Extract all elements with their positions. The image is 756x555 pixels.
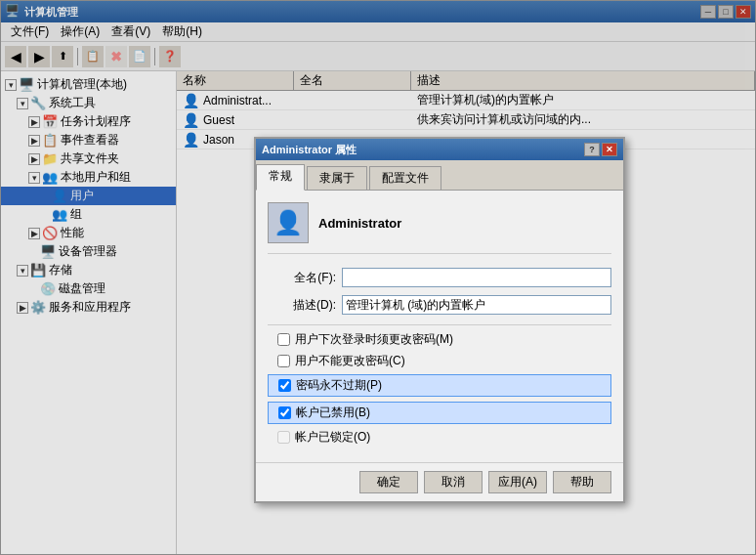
ok-button[interactable]: 确定 xyxy=(359,471,418,493)
toolbar-sep-1 xyxy=(77,48,78,65)
expand-icon[interactable]: ▾ xyxy=(28,172,40,184)
tree-label: 组 xyxy=(70,206,82,223)
minimize-button[interactable]: ─ xyxy=(700,5,716,19)
tree-event-viewer[interactable]: ▶ 📋 事件查看器 xyxy=(1,131,176,149)
cell-desc: 管理计算机(域)的内置帐户 xyxy=(411,91,755,109)
col-header-fullname[interactable]: 全名 xyxy=(294,71,411,90)
title-bar-buttons: ─ □ ✕ xyxy=(700,5,751,19)
services-icon: ⚙️ xyxy=(30,300,46,315)
expand-icon[interactable]: ▶ xyxy=(28,135,40,147)
pw-never-expires-checkbox[interactable] xyxy=(278,379,291,392)
tree-label: 存储 xyxy=(49,262,72,278)
tree-task-scheduler[interactable]: ▶ 📅 任务计划程序 xyxy=(1,112,176,131)
event-icon: 📋 xyxy=(42,133,58,148)
tree-storage[interactable]: ▾ 💾 存储 xyxy=(1,261,176,279)
cell-desc: 供来宾访问计算机或访问域的内... xyxy=(411,110,755,129)
tree-services-apps[interactable]: ▶ ⚙️ 服务和应用程序 xyxy=(1,298,176,317)
cannot-change-label: 用户不能更改密码(C) xyxy=(295,353,405,369)
pw-never-expires-label: 密码永不过期(P) xyxy=(296,377,382,394)
col-header-name[interactable]: 名称 xyxy=(177,71,294,90)
back-button[interactable]: ◀ xyxy=(5,46,26,67)
dialog-body: 👤 Administrator 全名(F): 描述(D): 用户下次登录时须更改… xyxy=(256,191,623,462)
fullname-label: 全名(F): xyxy=(268,270,336,286)
dialog-help-button[interactable]: ? xyxy=(584,143,600,156)
tree-groups[interactable]: 👥 组 xyxy=(1,205,176,224)
tree-computer-management[interactable]: ▾ 🖥️ 计算机管理(本地) xyxy=(1,75,176,94)
change-pw-label: 用户下次登录时须更改密码(M) xyxy=(295,331,453,348)
up-button[interactable]: ⬆ xyxy=(52,46,73,67)
menu-help[interactable]: 帮助(H) xyxy=(156,22,208,41)
toolbar: ◀ ▶ ⬆ 📋 ✖ 📄 ❓ xyxy=(1,42,755,71)
menu-view[interactable]: 查看(V) xyxy=(105,22,156,41)
cell-name: 👤 Guest xyxy=(177,110,294,129)
apply-button[interactable]: 应用(A) xyxy=(488,471,547,493)
expand-icon[interactable]: ▾ xyxy=(17,265,28,277)
performance-icon: 🚫 xyxy=(42,226,58,240)
expand-icon[interactable]: ▾ xyxy=(17,98,28,109)
expand-icon[interactable]: ▶ xyxy=(28,153,40,165)
tree-disk-management[interactable]: 💿 磁盘管理 xyxy=(1,279,176,298)
user-icon: 👤 xyxy=(183,93,199,108)
tab-general[interactable]: 常规 xyxy=(256,164,305,191)
forward-button[interactable]: ▶ xyxy=(28,46,50,67)
dialog-tabs: 常规 隶属于 配置文件 xyxy=(256,160,623,191)
change-pw-checkbox[interactable] xyxy=(277,333,290,346)
tree-label: 系统工具 xyxy=(49,95,96,111)
expand-icon[interactable]: ▶ xyxy=(28,228,40,239)
window-title: 计算机管理 xyxy=(24,5,700,20)
user-icon: 👤 xyxy=(52,189,67,203)
expand-icon[interactable]: ▶ xyxy=(28,116,40,128)
expand-icon[interactable]: ▶ xyxy=(17,302,28,314)
tree-users[interactable]: 👤 用户 xyxy=(1,187,176,205)
help-button[interactable]: 帮助 xyxy=(553,471,611,493)
storage-icon: 💾 xyxy=(30,263,46,278)
account-disabled-checkbox[interactable] xyxy=(278,406,291,419)
show-hide-button[interactable]: 📋 xyxy=(82,46,104,67)
cannot-change-checkbox[interactable] xyxy=(277,355,290,367)
dialog-username: Administrator xyxy=(318,216,401,231)
dialog-close-button[interactable]: ✕ xyxy=(602,143,617,156)
computer-icon: 🖥️ xyxy=(19,77,34,92)
dialog-title-bar: Administrator 属性 ? ✕ xyxy=(256,139,623,160)
tab-profile[interactable]: 配置文件 xyxy=(369,166,441,190)
properties-button[interactable]: 📄 xyxy=(129,46,150,67)
list-item[interactable]: 👤 Administrat... 管理计算机(域)的内置帐户 xyxy=(177,91,755,110)
tree-local-users-groups[interactable]: ▾ 👥 本地用户和组 xyxy=(1,168,176,187)
checkbox-row-pw-never-expires: 密码永不过期(P) xyxy=(268,374,611,397)
avatar-icon: 👤 xyxy=(273,209,303,236)
tree-system-tools[interactable]: ▾ 🔧 系统工具 xyxy=(1,94,176,112)
expand-icon[interactable]: ▾ xyxy=(5,79,17,91)
avatar: 👤 xyxy=(268,202,309,243)
disk-icon: 💿 xyxy=(40,281,56,296)
tree-label: 设备管理器 xyxy=(59,243,117,260)
tab-member-of[interactable]: 隶属于 xyxy=(307,166,367,190)
account-locked-label: 帐户已锁定(O) xyxy=(295,429,370,446)
tree-label: 磁盘管理 xyxy=(59,280,105,297)
tree-label: 计算机管理(本地) xyxy=(37,76,127,93)
tree-performance[interactable]: ▶ 🚫 性能 xyxy=(1,224,176,242)
description-input[interactable] xyxy=(342,295,611,315)
toolbar-sep-2 xyxy=(154,48,155,65)
app-icon: 🖥️ xyxy=(5,4,21,20)
cell-fullname xyxy=(294,91,411,109)
tree-shared-folders[interactable]: ▶ 📁 共享文件夹 xyxy=(1,149,176,168)
delete-button[interactable]: ✖ xyxy=(105,46,127,67)
user-icon: 👤 xyxy=(183,112,199,128)
close-button[interactable]: ✕ xyxy=(735,5,751,19)
tree-device-manager[interactable]: 🖥️ 设备管理器 xyxy=(1,242,176,261)
menu-action[interactable]: 操作(A) xyxy=(55,22,105,41)
device-icon: 🖥️ xyxy=(40,244,56,259)
cancel-button[interactable]: 取消 xyxy=(424,471,483,493)
maximize-button[interactable]: □ xyxy=(718,5,734,19)
list-item[interactable]: 👤 Guest 供来宾访问计算机或访问域的内... xyxy=(177,110,755,130)
account-locked-checkbox[interactable] xyxy=(277,431,290,444)
help-toolbar-button[interactable]: ❓ xyxy=(159,46,181,67)
col-header-description[interactable]: 描述 xyxy=(411,71,755,90)
folder-icon: 📁 xyxy=(42,151,58,166)
tree-panel: ▾ 🖥️ 计算机管理(本地) ▾ 🔧 系统工具 ▶ 📅 任务计划程序 ▶ 📋 事… xyxy=(1,71,177,554)
menu-file[interactable]: 文件(F) xyxy=(5,22,55,41)
dialog-title: Administrator 属性 xyxy=(262,143,584,157)
tree-label: 本地用户和组 xyxy=(61,169,131,186)
checkbox-row-account-locked: 帐户已锁定(O) xyxy=(268,429,611,446)
fullname-input[interactable] xyxy=(342,268,611,287)
